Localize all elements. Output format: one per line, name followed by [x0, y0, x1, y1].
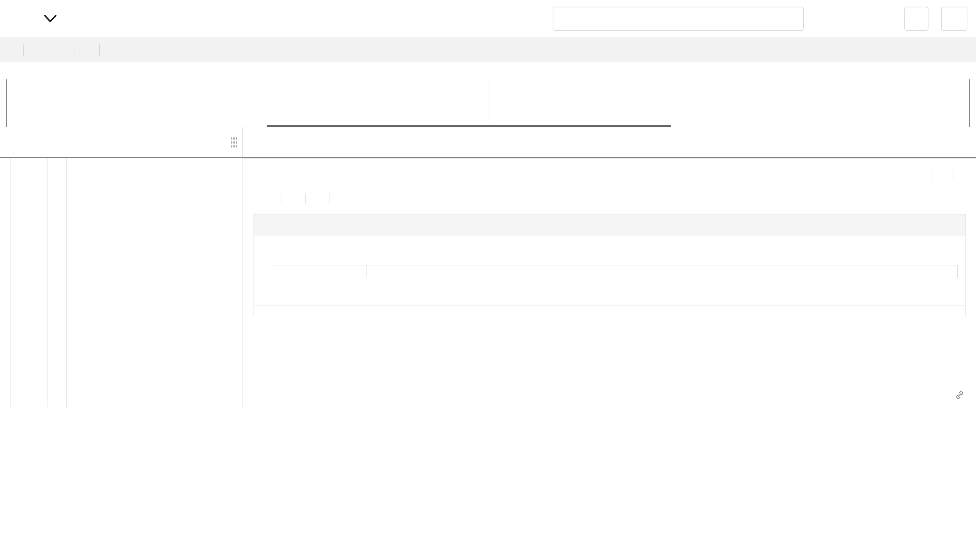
table-row	[269, 265, 958, 278]
minimap-canvas[interactable]	[6, 79, 970, 127]
previous-match-icon[interactable]	[826, 7, 849, 30]
span-detail-panel	[243, 158, 976, 407]
gridline	[488, 79, 488, 127]
log-value-cell	[366, 265, 958, 278]
tag-item	[290, 193, 298, 204]
tag-item	[361, 193, 369, 204]
minimap-time-labels	[6, 66, 970, 79]
tag-item	[337, 193, 345, 204]
trace-collapse-chevron-icon[interactable]	[44, 14, 57, 23]
logs-accordion-toggle[interactable]	[254, 214, 965, 236]
next-match-icon[interactable]	[849, 7, 872, 30]
divider	[305, 193, 306, 204]
detail-color-bar	[76, 158, 80, 407]
jaeger-trace-page	[0, 0, 976, 407]
timeline-axis	[243, 127, 976, 157]
find-bar	[553, 7, 894, 31]
gridline	[729, 79, 729, 127]
divider	[953, 169, 953, 179]
span-id	[943, 390, 965, 400]
divider	[932, 169, 932, 179]
tags-accordion-toggle[interactable]	[254, 193, 966, 204]
tree-guide-line	[48, 158, 48, 407]
chevron-right-icon[interactable]	[174, 134, 191, 151]
log-entry-toggle[interactable]	[254, 236, 965, 253]
divider	[99, 44, 100, 56]
clear-search-icon[interactable]	[872, 7, 894, 30]
logs-accordion	[254, 214, 966, 317]
divider	[74, 44, 74, 56]
logs-footer-note	[254, 305, 965, 317]
span-rows	[0, 158, 976, 407]
detail-span-meta	[919, 169, 966, 179]
tree-guide-line	[10, 158, 11, 407]
double-chevron-right-icon[interactable]	[208, 134, 225, 151]
service-operation-header-cell	[0, 127, 243, 157]
trace-minimap	[0, 62, 976, 127]
divider	[23, 44, 24, 56]
link-icon[interactable]	[954, 390, 965, 400]
keyboard-shortcuts-button[interactable]	[904, 7, 928, 31]
double-chevron-down-icon[interactable]	[191, 134, 208, 151]
tree-guide-line	[66, 158, 67, 407]
gridline	[248, 79, 248, 127]
minimap-viewport-indicator[interactable]	[267, 125, 671, 127]
divider	[353, 193, 353, 204]
divider	[49, 44, 49, 56]
timeline-column-header	[0, 127, 976, 158]
divider	[282, 193, 282, 204]
locate-match-icon[interactable]	[804, 7, 826, 30]
log-keyvalue-table	[269, 265, 958, 278]
log-key-cell	[269, 265, 366, 278]
log-entry-expanded	[254, 253, 965, 288]
span-detail-row	[0, 158, 976, 407]
chevron-down-icon[interactable]	[157, 134, 174, 151]
span-detail-left-gutter	[0, 158, 243, 407]
panel-resize-grip[interactable]	[231, 136, 237, 149]
detail-header	[254, 169, 966, 179]
top-bar	[0, 0, 976, 37]
trace-summary-bar	[0, 37, 976, 62]
detail-tint	[80, 158, 242, 407]
tag-item	[314, 193, 321, 204]
tag-item	[266, 193, 274, 204]
divider	[329, 193, 329, 204]
tree-guide-line	[29, 158, 29, 407]
log-entry-toggle[interactable]	[254, 288, 965, 305]
view-selector-button[interactable]	[941, 7, 967, 31]
find-input[interactable]	[553, 7, 804, 31]
